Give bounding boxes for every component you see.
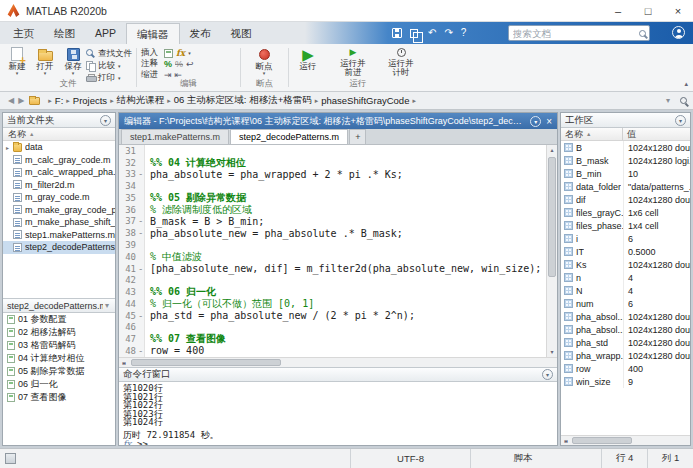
- maximize-button[interactable]: □: [633, 0, 663, 21]
- scrollbar-thumb[interactable]: [572, 437, 632, 444]
- value-column-header[interactable]: 值: [623, 128, 690, 140]
- scrollbar-thumb[interactable]: [548, 157, 556, 277]
- variable-row[interactable]: data_folder "data/patterns_...: [561, 180, 690, 193]
- breadcrumb-segment[interactable]: ▸ 06 主动标定区域: 相移法+格雷码: [164, 94, 312, 107]
- command-window[interactable]: 第1020行第1021行第1022行第1023行第1024行历时 72.9118…: [119, 382, 557, 445]
- undo-icon[interactable]: ↶: [428, 26, 436, 40]
- file-row[interactable]: step1.makePatterns.m: [3, 229, 115, 242]
- name-column-header[interactable]: 名称 ▲: [3, 128, 115, 141]
- ribbon-tab[interactable]: 主页: [3, 23, 44, 44]
- insert-row[interactable]: 插入 fx ▾: [141, 48, 191, 58]
- new-button[interactable]: 新建 ▾: [3, 46, 31, 76]
- scroll-down-icon[interactable]: ▾: [547, 347, 557, 357]
- variable-row[interactable]: row 400: [561, 362, 690, 375]
- ribbon-tab[interactable]: APP: [85, 23, 126, 44]
- ribbon-tab[interactable]: 视图: [221, 23, 262, 44]
- close-icon[interactable]: ×: [546, 116, 552, 127]
- run-time-button[interactable]: 运行并计时: [379, 46, 423, 77]
- chevron-down-icon[interactable]: ▾: [664, 96, 672, 105]
- fx-icon[interactable]: fx: [123, 439, 137, 445]
- ribbon-tab[interactable]: 发布: [180, 23, 221, 44]
- editor-vertical-scrollbar[interactable]: ▴ ▾: [546, 145, 557, 357]
- expander-icon[interactable]: ▸: [6, 144, 13, 151]
- variable-row[interactable]: i 6: [561, 232, 690, 245]
- variable-row[interactable]: B_mask 1024x1280 logi...: [561, 154, 690, 167]
- section-item[interactable]: 04 计算绝对相位: [3, 352, 115, 365]
- section-item[interactable]: 02 相移法解码: [3, 326, 115, 339]
- search-input[interactable]: [509, 28, 639, 39]
- sign-in-icon[interactable]: [672, 26, 685, 39]
- forward-icon[interactable]: ▶: [16, 96, 26, 105]
- ribbon-tab[interactable]: 编辑器: [126, 23, 180, 44]
- redo-icon[interactable]: ↷: [444, 26, 452, 40]
- scroll-right-icon[interactable]: ▸: [119, 358, 129, 367]
- variable-row[interactable]: IT 0.5000: [561, 245, 690, 258]
- find-files-button[interactable]: 查找文件: [86, 48, 136, 59]
- file-row[interactable]: step2_decodePatterns.m: [3, 241, 115, 254]
- variable-row[interactable]: num 6: [561, 297, 690, 310]
- new-tab-button[interactable]: +: [349, 129, 366, 144]
- file-row[interactable]: m_make_phase_shift_p...: [3, 216, 115, 229]
- variable-row[interactable]: n 4: [561, 271, 690, 284]
- back-icon[interactable]: ◀: [6, 96, 16, 105]
- insert-section-icon[interactable]: [164, 49, 173, 58]
- layout-icon[interactable]: [5, 453, 16, 464]
- panel-menu-icon[interactable]: ▾: [542, 369, 553, 380]
- breadcrumb-segment[interactable]: ▸ F:: [45, 95, 63, 106]
- insert-function-icon[interactable]: fx: [176, 48, 185, 58]
- open-button[interactable]: 打开 ▾: [31, 46, 59, 76]
- search-folder-icon[interactable]: [680, 97, 687, 104]
- copy-icon[interactable]: [410, 29, 418, 38]
- section-item[interactable]: 05 剔除异常数据: [3, 365, 115, 378]
- wrap-comments-icon[interactable]: ↩: [186, 59, 194, 69]
- variable-row[interactable]: pha_std 1024x1280 dou...: [561, 336, 690, 349]
- variable-row[interactable]: files_phase... 1x4 cell: [561, 219, 690, 232]
- variable-row[interactable]: B_min 10: [561, 167, 690, 180]
- code-editor[interactable]: 31 32 %% 04 计算绝对相位 33- pha_absolute = ph…: [119, 145, 546, 357]
- collapse-ribbon-icon[interactable]: ▴: [684, 80, 688, 88]
- variable-row[interactable]: Ks 1024x1280 dou...: [561, 258, 690, 271]
- file-row[interactable]: ▸ data: [3, 141, 115, 154]
- section-item[interactable]: 01 参数配置: [3, 313, 115, 326]
- name-column-header[interactable]: 名称 ▲: [561, 128, 623, 140]
- variable-row[interactable]: N 4: [561, 284, 690, 297]
- command-prompt-row[interactable]: fx >>: [123, 439, 557, 445]
- variable-row[interactable]: pha_absol... 1024x1280 dou...: [561, 310, 690, 323]
- save-icon[interactable]: [392, 28, 402, 38]
- comment-icon[interactable]: %: [164, 59, 172, 69]
- workspace-horizontal-scrollbar[interactable]: ◂ ▸: [561, 435, 690, 445]
- comment-row[interactable]: 注释 % % ↩: [141, 59, 194, 69]
- help-icon[interactable]: ?: [461, 26, 467, 40]
- file-row[interactable]: m_filter2d.m: [3, 179, 115, 192]
- breadcrumb-segment[interactable]: ▸ 结构光课程: [107, 94, 164, 107]
- breadcrumb-segment[interactable]: ▸ Projects: [63, 95, 107, 106]
- search-icon[interactable]: [639, 30, 646, 37]
- variable-row[interactable]: dif 1024x1280 dou...: [561, 193, 690, 206]
- details-header[interactable]: step2_decodePatterns.m ▾: [3, 298, 115, 313]
- section-item[interactable]: 03 格雷码解码: [3, 339, 115, 352]
- variable-row[interactable]: pha_wrapp... 1024x1280 dou...: [561, 349, 690, 362]
- file-row[interactable]: m_gray_code.m: [3, 191, 115, 204]
- section-item[interactable]: 07 查看图像: [3, 391, 115, 404]
- scroll-right-icon[interactable]: ▸: [561, 436, 571, 445]
- panel-menu-icon[interactable]: ▾: [530, 116, 541, 127]
- file-row[interactable]: m_calc_wrapped_pha...: [3, 166, 115, 179]
- minimize-button[interactable]: –: [603, 0, 633, 21]
- run-button[interactable]: ▶ 运行: [292, 46, 324, 71]
- variable-row[interactable]: pha_absol... 1024x1280 dou...: [561, 323, 690, 336]
- uncomment-icon[interactable]: %: [175, 59, 183, 69]
- panel-menu-icon[interactable]: ▾: [100, 115, 111, 126]
- file-row[interactable]: m_calc_gray_code.m: [3, 154, 115, 167]
- scroll-up-icon[interactable]: ▴: [547, 145, 557, 155]
- variable-row[interactable]: win_size 9: [561, 375, 690, 388]
- editor-tab[interactable]: step1.makePatterns.m: [121, 129, 229, 144]
- save-button[interactable]: 保存 ▾: [59, 46, 87, 76]
- close-button[interactable]: ×: [663, 0, 693, 21]
- breakpoints-button[interactable]: 断点 ▾: [250, 46, 278, 76]
- ribbon-tab[interactable]: 绘图: [44, 23, 85, 44]
- compare-button[interactable]: 比较 ▾: [86, 60, 136, 71]
- variable-row[interactable]: files_grayC... 1x6 cell: [561, 206, 690, 219]
- scrollbar-thumb[interactable]: [131, 359, 281, 366]
- editor-horizontal-scrollbar[interactable]: ◂ ▸: [119, 357, 557, 367]
- breadcrumb-segment[interactable]: ▸ phaseShiftGrayCode: [312, 95, 410, 106]
